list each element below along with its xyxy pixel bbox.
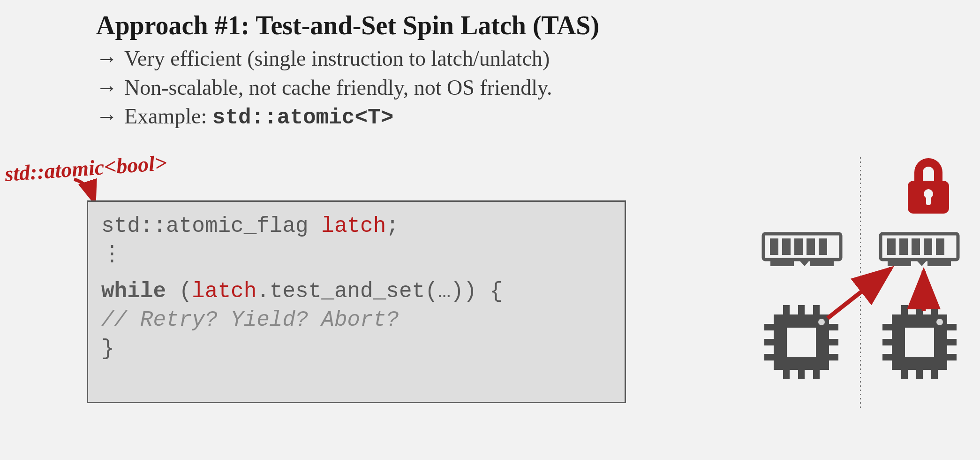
- ram-icon: [881, 234, 958, 266]
- svg-rect-5: [782, 238, 791, 255]
- svg-rect-42: [882, 354, 893, 360]
- code-line: // Retry? Yield? Abort?: [101, 306, 611, 335]
- code-type: std::atomic_flag: [101, 214, 321, 238]
- arrow-icon: →: [96, 74, 118, 101]
- bullet-text: Very efficient (single instruction to la…: [124, 45, 550, 72]
- spacer: [101, 269, 611, 277]
- bullet-item: → Very efficient (single instruction to …: [96, 45, 552, 72]
- svg-rect-8: [819, 238, 827, 255]
- svg-rect-10: [810, 260, 834, 266]
- bullet-list: → Very efficient (single instruction to …: [96, 43, 552, 132]
- bullet-text: Non-scalable, not cache friendly, not OS…: [124, 74, 552, 101]
- code-block: std::atomic_flag latch; ⋮ while (latch.t…: [87, 200, 626, 403]
- code-punct: (: [166, 279, 192, 304]
- bullet-item: → Non-scalable, not cache friendly, not …: [96, 74, 552, 101]
- code-line: ⋮: [101, 241, 611, 269]
- svg-rect-12: [887, 238, 896, 255]
- svg-point-33: [818, 319, 825, 325]
- svg-rect-37: [901, 369, 908, 379]
- vertical-ellipsis-icon: ⋮: [101, 243, 124, 267]
- svg-rect-15: [924, 238, 932, 255]
- svg-rect-30: [828, 354, 838, 360]
- svg-rect-14: [912, 238, 920, 255]
- svg-rect-22: [783, 369, 790, 379]
- svg-rect-4: [770, 238, 778, 255]
- svg-rect-27: [764, 354, 775, 360]
- arrow-icon: [828, 268, 891, 318]
- example-code: std::atomic<T>: [212, 106, 393, 130]
- cpu-icon: [882, 305, 957, 379]
- bullet-item: → Example: std::atomic<T>: [96, 103, 552, 132]
- example-prefix: Example:: [124, 104, 212, 128]
- latch-diagram: [755, 146, 966, 415]
- svg-rect-28: [828, 324, 838, 330]
- code-line: std::atomic_flag latch;: [101, 212, 611, 241]
- svg-rect-18: [927, 260, 951, 266]
- svg-rect-24: [813, 369, 820, 379]
- arrow-icon: →: [96, 103, 118, 132]
- svg-rect-25: [764, 324, 775, 330]
- code-text: .test_and_set(…)) {: [256, 279, 503, 304]
- svg-rect-16: [936, 238, 944, 255]
- svg-rect-41: [882, 339, 893, 345]
- lock-icon: [908, 158, 949, 214]
- arrow-icon: →: [96, 45, 118, 72]
- svg-rect-36: [931, 305, 938, 315]
- svg-rect-43: [946, 324, 957, 330]
- code-variable: latch: [192, 279, 256, 304]
- svg-rect-23: [798, 369, 805, 379]
- svg-rect-17: [888, 260, 911, 266]
- ram-icon: [763, 234, 841, 266]
- code-line: }: [101, 335, 611, 363]
- svg-rect-38: [916, 369, 923, 379]
- svg-rect-45: [946, 354, 957, 360]
- bullet-text: Example: std::atomic<T>: [124, 103, 393, 132]
- svg-point-48: [936, 319, 943, 325]
- code-variable: latch: [321, 214, 386, 238]
- code-keyword: while: [101, 279, 166, 304]
- svg-rect-20: [798, 305, 805, 315]
- svg-rect-26: [764, 339, 775, 345]
- svg-rect-13: [899, 238, 908, 255]
- svg-rect-7: [807, 238, 815, 255]
- code-punct: }: [101, 337, 114, 361]
- code-punct: ;: [386, 214, 399, 238]
- svg-rect-6: [794, 238, 803, 255]
- slide-title: Approach #1: Test-and-Set Spin Latch (TA…: [96, 10, 599, 40]
- svg-rect-47: [905, 328, 934, 357]
- code-comment: // Retry? Yield? Abort?: [101, 308, 399, 332]
- svg-rect-34: [901, 305, 908, 315]
- slide: Approach #1: Test-and-Set Spin Latch (TA…: [0, 0, 980, 460]
- svg-rect-40: [882, 324, 893, 330]
- svg-rect-32: [787, 328, 816, 357]
- svg-rect-29: [828, 339, 838, 345]
- code-line: while (latch.test_and_set(…)) {: [101, 277, 611, 306]
- svg-rect-19: [783, 305, 790, 315]
- svg-rect-2: [926, 195, 931, 205]
- svg-rect-39: [931, 369, 938, 379]
- svg-rect-44: [946, 339, 957, 345]
- svg-rect-9: [770, 260, 794, 266]
- svg-rect-21: [813, 305, 820, 315]
